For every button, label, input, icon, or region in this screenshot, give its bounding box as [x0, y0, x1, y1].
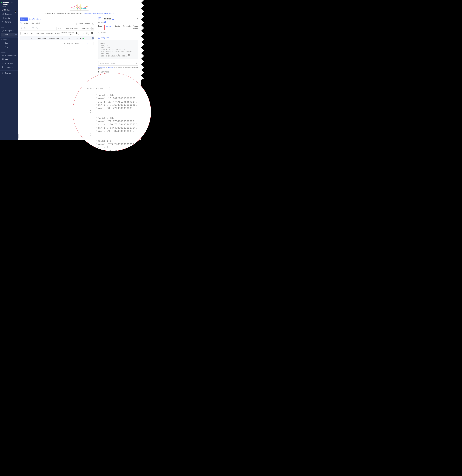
nav-reviews[interactable]: Reviews: [0, 20, 18, 24]
jobs-timeline-toggle[interactable]: Jobs Timeline: [29, 18, 41, 20]
reload-icon[interactable]: [92, 22, 95, 25]
learn-more-link[interactable]: Learn more about Diagnostic Stats in Dom…: [83, 12, 114, 14]
nav-workspaces[interactable]: Workspaces: [0, 29, 18, 33]
nav-label: Model APIs: [5, 62, 13, 64]
nav-model-apis[interactable]: Model APIs: [0, 61, 18, 65]
svg-rect-21: [28, 28, 30, 29]
nav-label: Workspaces: [5, 30, 14, 32]
th-title[interactable]: Title: [30, 32, 36, 34]
svg-point-4: [2, 34, 3, 35]
table-row[interactable]: 1 -- cohort_analysis 2 months ag elliott…: [20, 36, 94, 40]
nav-settings[interactable]: Settings: [0, 71, 18, 75]
compare-icon[interactable]: [32, 27, 34, 30]
search-placeholder: Search: [101, 32, 106, 34]
th-user[interactable]: User: [55, 32, 61, 34]
run-button[interactable]: Run: [20, 17, 28, 21]
svg-rect-8: [3, 59, 3, 59]
stop-icon[interactable]: [36, 27, 38, 30]
th-comments[interactable]: [89, 32, 94, 34]
pager-next[interactable]: ›: [91, 42, 94, 45]
th-memory[interactable]: Memory (GiB): [68, 31, 76, 35]
tab-completed[interactable]: Completed: [32, 22, 40, 25]
tab-comments[interactable]: Comments: [123, 25, 131, 30]
th-status[interactable]: [83, 32, 86, 34]
stage-icon: [2, 9, 3, 11]
results-search[interactable]: Search: [98, 32, 139, 35]
pagination: Showing 1 - 1 out of 1 ‹ 1 ›: [20, 40, 94, 47]
show-archived-checkbox[interactable]: [76, 23, 78, 25]
svg-point-11: [2, 73, 3, 73]
select-all-checkbox[interactable]: [20, 32, 21, 34]
files-icon: [2, 46, 3, 48]
clock-icon: [2, 55, 3, 56]
th-views[interactable]: [86, 32, 89, 35]
nav-activity[interactable]: Activity: [0, 16, 18, 20]
project-stage[interactable]: Ideation: [2, 9, 17, 11]
comment-input[interactable]: Add a new comment ➤: [98, 61, 139, 66]
cell-title: --: [31, 37, 37, 39]
nav-scheduled-jobs[interactable]: Scheduled Jobs: [0, 54, 18, 58]
launcher-icon: [2, 66, 3, 68]
row-checkbox[interactable]: [21, 37, 21, 39]
th-no[interactable]: No.: [24, 33, 30, 34]
workspace-icon: [2, 30, 3, 32]
row-actions: [20, 27, 38, 30]
tag-icon[interactable]: [24, 27, 26, 30]
columns-button[interactable]: [91, 27, 94, 30]
svg-rect-3: [2, 30, 3, 31]
filter-all-select[interactable]: All: [56, 27, 62, 30]
torn-edge-decoration: [139, 0, 152, 81]
th-duration[interactable]: [76, 32, 83, 35]
cell-started: 2 months ag: [47, 37, 56, 39]
jobs-icon: [2, 34, 3, 35]
code-preview: --- config: min_k: 2 max_k: 500 sampling…: [98, 40, 139, 59]
nav-data[interactable]: Data: [0, 41, 18, 45]
nav-label: Activity: [5, 17, 10, 19]
cell-cpu: --: [62, 37, 68, 39]
magnified-code: "cohort_stats": [ { "count": 10, "mean":…: [73, 73, 151, 151]
add-tag-button[interactable]: +: [104, 21, 107, 23]
cell-duration: 8 m, 41 s: [76, 37, 83, 39]
result-file-1[interactable]: config.yaml ⋯: [98, 36, 139, 39]
filter-input[interactable]: [63, 27, 81, 30]
timeline-chart: [70, 3, 89, 11]
svg-rect-1: [2, 17, 3, 19]
svg-rect-7: [2, 59, 2, 59]
comments-badge: 0: [92, 37, 94, 39]
tab-all[interactable]: All: [20, 22, 22, 25]
pager-page-1[interactable]: 1: [86, 42, 89, 45]
app-icon: [2, 59, 3, 60]
nav-launchers[interactable]: Launchers: [0, 65, 18, 69]
sidebar: DominoCohort Analysis elliott Ideation O…: [0, 0, 18, 140]
tab-active[interactable]: Active: [24, 22, 29, 25]
cursor-icon: [15, 11, 17, 13]
nav-label: Files: [5, 46, 8, 48]
nav-app[interactable]: App: [0, 58, 18, 61]
svg-rect-0: [2, 13, 3, 15]
svg-point-20: [25, 28, 25, 28]
th-cpu[interactable]: CPU(%): [61, 31, 68, 35]
chevron-down-icon: [90, 28, 91, 29]
timeline-section: Timeline shows your Diagnostic Stats acr…: [18, 0, 141, 16]
sort-icon: [27, 33, 28, 34]
no-tags-label: No tags: [98, 22, 104, 23]
send-icon[interactable]: ➤: [135, 62, 138, 65]
run-label: Run: [21, 18, 25, 20]
file-link[interactable]: config.yaml: [101, 37, 109, 39]
tab-details[interactable]: Details: [115, 25, 120, 30]
home-icon[interactable]: [20, 27, 22, 30]
pager-prev[interactable]: ‹: [82, 42, 85, 45]
pager-summary: Showing 1 - 1 out of 1: [64, 42, 80, 44]
edit-icon[interactable]: [112, 18, 114, 20]
tab-results[interactable]: Results: [104, 25, 112, 30]
entries-select[interactable]: 50 entries: [82, 27, 91, 29]
tab-logs[interactable]: Logs: [98, 25, 102, 30]
th-started[interactable]: Started: [46, 32, 55, 34]
th-command[interactable]: Command: [36, 32, 46, 34]
svg-rect-25: [92, 28, 94, 29]
nav-files[interactable]: Files: [0, 45, 18, 49]
search-icon: [98, 32, 100, 34]
download-icon[interactable]: [28, 27, 30, 30]
caption-text: Timeline shows your Diagnostic Stats acr…: [45, 12, 83, 14]
nav-jobs[interactable]: Jobs: [0, 33, 17, 36]
